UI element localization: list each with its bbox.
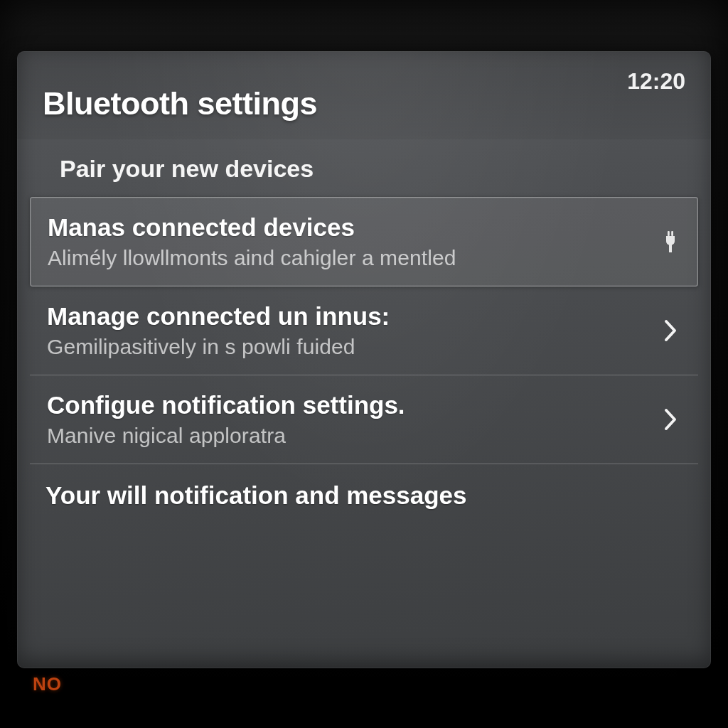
chevron-right-icon (663, 318, 678, 343)
clock: 12:20 (627, 68, 685, 95)
page-title: Bluetooth settings (43, 85, 627, 122)
item-title: Manas connected devices (48, 213, 633, 242)
screen: Bluetooth settings 12:20 Pair your new d… (17, 51, 711, 668)
item-subtitle: Alimély llowllmonts aind cahigler a ment… (48, 246, 633, 270)
svg-rect-0 (668, 231, 670, 236)
item-subtitle: Gemilipasitively in s powli fuided (47, 335, 634, 359)
device-bezel: Bluetooth settings 12:20 Pair your new d… (0, 0, 728, 728)
plug-icon (663, 231, 678, 252)
bezel-label-text: NO (33, 673, 62, 695)
item-title: Configue notification settings. (47, 391, 634, 419)
footer-note: Your will notification and messages (30, 464, 698, 518)
item-manage-connected[interactable]: Manage connected un innus: Gemilipasitiv… (30, 287, 698, 375)
item-title: Manage connected un innus: (47, 302, 634, 331)
chevron-right-icon (663, 407, 678, 432)
item-connected-devices[interactable]: Manas connected devices Alimély llowllmo… (30, 197, 698, 287)
bezel-label: NO (17, 668, 711, 685)
item-notification-settings[interactable]: Configue notification settings. Manive n… (30, 375, 698, 464)
item-subtitle: Manive nigical apploratra (47, 424, 634, 448)
svg-rect-1 (671, 231, 673, 236)
settings-list: Manas connected devices Alimély llowllmo… (17, 197, 711, 518)
header-bar: Bluetooth settings 12:20 (17, 51, 711, 139)
section-label: Pair your new devices (17, 139, 711, 197)
